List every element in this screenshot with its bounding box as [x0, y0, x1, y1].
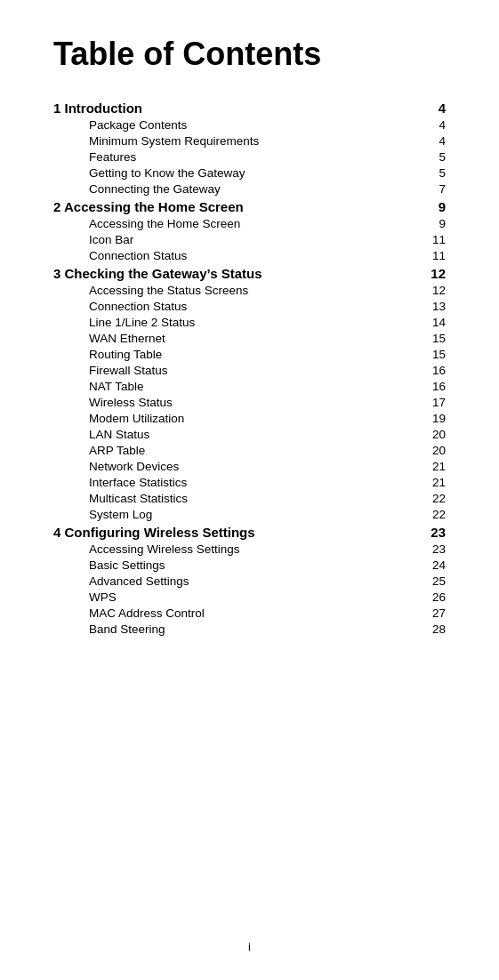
sub-title: Advanced Settings — [89, 574, 189, 588]
sub-title: MAC Address Control — [89, 606, 205, 620]
sub-title: System Log — [89, 508, 152, 521]
sub-page: 22 — [432, 508, 446, 521]
chapter-page-ch4: 23 — [431, 525, 446, 540]
chapter-row-ch1: 1 Introduction4 — [53, 100, 446, 116]
sub-page: 20 — [432, 444, 446, 457]
sub-title: Basic Settings — [89, 558, 165, 572]
sub-row: WPS26 — [89, 589, 446, 605]
sub-row: NAT Table16 — [89, 378, 446, 394]
sub-title: Routing Table — [89, 348, 162, 361]
toc-chapter-ch3: 3 Checking the Gateway’s Status12Accessi… — [53, 265, 446, 522]
sub-items-ch2: Accessing the Home Screen9Icon Bar11Conn… — [53, 215, 446, 263]
sub-row: Network Devices21 — [89, 458, 446, 474]
sub-row: Connection Status13 — [89, 298, 446, 314]
sub-items-ch4: Accessing Wireless Settings23Basic Setti… — [53, 541, 446, 637]
sub-row: Modem Utilization19 — [89, 410, 446, 426]
chapter-row-ch4: 4 Configuring Wireless Settings23 — [53, 524, 446, 541]
sub-title: Accessing Wireless Settings — [89, 542, 240, 556]
sub-page: 11 — [432, 249, 446, 262]
sub-page: 28 — [432, 623, 446, 636]
sub-row: Multicast Statistics22 — [89, 490, 446, 506]
sub-title: Minimum System Requirements — [89, 134, 259, 148]
sub-page: 27 — [432, 606, 446, 620]
sub-row: Minimum System Requirements4 — [89, 133, 446, 149]
page-container: Table of Contents 1 Introduction4Package… — [0, 0, 499, 980]
page-footer: i — [0, 940, 499, 953]
sub-row: Basic Settings24 — [89, 557, 446, 573]
sub-page: 15 — [432, 348, 446, 361]
sub-row: Features5 — [89, 149, 446, 165]
sub-page: 15 — [432, 332, 446, 345]
sub-title: Line 1/Line 2 Status — [89, 316, 195, 329]
sub-row: Getting to Know the Gateway5 — [89, 165, 446, 181]
chapter-page-ch2: 9 — [439, 199, 446, 214]
chapter-page-ch3: 12 — [431, 266, 446, 281]
sub-page: 21 — [432, 476, 446, 489]
sub-page: 7 — [439, 182, 446, 196]
sub-title: ARP Table — [89, 444, 145, 457]
chapter-title-ch4: 4 Configuring Wireless Settings — [53, 525, 255, 540]
sub-title: Connecting the Gateway — [89, 182, 221, 196]
sub-page: 14 — [432, 316, 446, 329]
sub-page: 11 — [432, 233, 446, 246]
chapter-row-ch3: 3 Checking the Gateway’s Status12 — [53, 265, 446, 282]
sub-page: 4 — [439, 134, 446, 148]
sub-page: 24 — [432, 558, 446, 572]
sub-row: Line 1/Line 2 Status14 — [89, 314, 446, 330]
sub-title: Firewall Status — [89, 364, 168, 377]
sub-row: WAN Ethernet15 — [89, 330, 446, 346]
chapter-row-ch2: 2 Accessing the Home Screen9 — [53, 198, 446, 215]
sub-page: 17 — [432, 396, 446, 409]
sub-title: Interface Statistics — [89, 476, 187, 489]
sub-row: Band Steering28 — [89, 621, 446, 637]
sub-row: Accessing Wireless Settings23 — [89, 541, 446, 557]
sub-page: 21 — [432, 460, 446, 473]
sub-page: 9 — [439, 217, 446, 230]
sub-row: Firewall Status16 — [89, 362, 446, 378]
sub-title: Accessing the Status Screens — [89, 284, 248, 297]
sub-page: 5 — [439, 150, 446, 164]
sub-title: WPS — [89, 590, 117, 604]
page-title: Table of Contents — [53, 36, 446, 73]
sub-title: Features — [89, 150, 136, 164]
sub-title: Connection Status — [89, 300, 187, 313]
toc-chapter-ch4: 4 Configuring Wireless Settings23Accessi… — [53, 524, 446, 637]
sub-title: LAN Status — [89, 428, 149, 441]
sub-title: Wireless Status — [89, 396, 173, 409]
sub-row: Connection Status11 — [89, 247, 446, 263]
sub-items-ch1: Package Contents4Minimum System Requirem… — [53, 116, 446, 197]
sub-title: Accessing the Home Screen — [89, 217, 240, 230]
sub-row: Interface Statistics21 — [89, 474, 446, 490]
sub-title: Icon Bar — [89, 233, 133, 246]
toc-chapter-ch1: 1 Introduction4Package Contents4Minimum … — [53, 100, 446, 197]
sub-page: 26 — [432, 590, 446, 604]
sub-page: 22 — [432, 492, 446, 505]
sub-title: Multicast Statistics — [89, 492, 188, 505]
sub-title: Getting to Know the Gateway — [89, 166, 245, 180]
chapter-title-ch3: 3 Checking the Gateway’s Status — [53, 266, 262, 281]
sub-page: 4 — [439, 118, 446, 132]
sub-title: Network Devices — [89, 460, 179, 473]
sub-page: 16 — [432, 364, 446, 377]
sub-row: System Log22 — [89, 506, 446, 522]
sub-page: 25 — [432, 574, 446, 588]
sub-row: MAC Address Control27 — [89, 605, 446, 621]
sub-row: Accessing the Home Screen9 — [89, 215, 446, 231]
sub-row: Wireless Status17 — [89, 394, 446, 410]
toc-chapter-ch2: 2 Accessing the Home Screen9Accessing th… — [53, 198, 446, 263]
sub-title: NAT Table — [89, 380, 144, 393]
sub-items-ch3: Accessing the Status Screens12Connection… — [53, 282, 446, 522]
sub-page: 19 — [432, 412, 446, 425]
sub-title: WAN Ethernet — [89, 332, 165, 345]
sub-page: 16 — [432, 380, 446, 393]
sub-row: Package Contents4 — [89, 116, 446, 133]
sub-title: Modem Utilization — [89, 412, 184, 425]
sub-row: Icon Bar11 — [89, 231, 446, 247]
sub-row: Advanced Settings25 — [89, 573, 446, 589]
chapter-page-ch1: 4 — [439, 100, 446, 116]
sub-row: ARP Table20 — [89, 442, 446, 458]
sub-row: Connecting the Gateway7 — [89, 181, 446, 197]
sub-page: 20 — [432, 428, 446, 441]
sub-page: 12 — [432, 284, 446, 297]
toc-container: 1 Introduction4Package Contents4Minimum … — [53, 100, 446, 637]
